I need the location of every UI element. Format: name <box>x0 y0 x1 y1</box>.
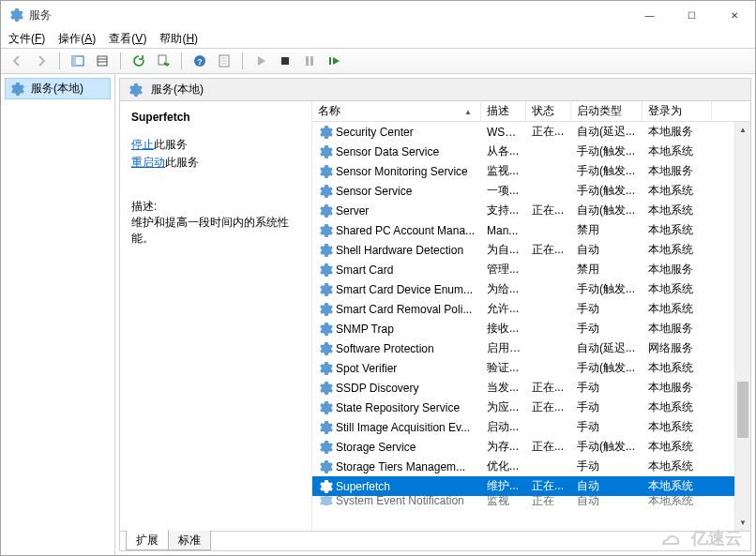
gear-icon <box>128 83 143 98</box>
tree-node-services-local[interactable]: 服务(本地) <box>5 78 111 99</box>
col-header-desc[interactable]: 描述 <box>481 101 526 121</box>
scroll-down-button[interactable]: ▼ <box>735 515 750 531</box>
tab-standard[interactable]: 标准 <box>168 531 211 550</box>
service-startup-cell: 自动 <box>571 242 643 258</box>
gear-icon <box>318 164 333 179</box>
gear-icon <box>318 184 333 199</box>
restart-service-button[interactable] <box>324 51 344 71</box>
service-row[interactable]: SNMP Trap接收...手动本地服务 <box>312 319 750 338</box>
stop-service-link[interactable]: 停止 <box>131 138 154 151</box>
service-desc-cell: Man... <box>481 224 526 237</box>
service-desc-cell: 优化... <box>481 458 526 474</box>
service-row[interactable]: Sensor Monitoring Service监视...手动(触发...本地… <box>312 161 750 181</box>
service-startup-cell: 手动 <box>571 380 643 396</box>
show-hide-tree-button[interactable] <box>68 51 88 71</box>
scroll-thumb[interactable] <box>737 382 748 438</box>
start-service-button[interactable] <box>250 51 271 71</box>
col-header-status[interactable]: 状态 <box>526 101 571 121</box>
maximize-button[interactable]: ☐ <box>671 1 713 29</box>
menu-file[interactable]: 文件(F) <box>8 31 45 47</box>
service-logon-cell: 本地系统 <box>643 399 712 415</box>
service-row[interactable]: Storage Service为存...正在...手动(触发...本地系统 <box>312 437 750 457</box>
service-row[interactable]: System Event Notification监视正在自动本地系统 <box>312 496 750 505</box>
service-desc-cell: 启动... <box>481 419 526 435</box>
gear-icon <box>318 243 333 258</box>
service-row[interactable]: Sensor Data Service从各...手动(触发...本地系统 <box>312 142 750 161</box>
svg-rect-1 <box>72 56 76 66</box>
left-pane: 服务(本地) <box>1 74 115 555</box>
sort-asc-icon: ▲ <box>461 107 475 116</box>
service-logon-cell: 本地服务 <box>643 321 712 337</box>
col-header-logon[interactable]: 登录为 <box>643 101 712 121</box>
service-row[interactable]: Smart Card Device Enum...为给...手动(触发...本地… <box>312 279 750 299</box>
scroll-up-button[interactable]: ▲ <box>735 122 750 138</box>
service-row[interactable]: Smart Card Removal Poli...允许...手动本地系统 <box>312 299 750 319</box>
gear-icon <box>9 82 24 97</box>
service-logon-cell: 本地系统 <box>643 439 712 455</box>
service-status-cell: 正在... <box>526 439 571 455</box>
service-row[interactable]: Spot Verifier验证...手动(触发...本地系统 <box>312 358 750 378</box>
main-area: 服务(本地) 服务(本地) Superfetch 停止此服务 重启动此服务 描述… <box>1 74 755 555</box>
sheet-button[interactable] <box>214 51 234 71</box>
service-row[interactable]: Security CenterWSC...正在...自动(延迟...本地服务 <box>312 122 750 142</box>
service-row[interactable]: SSDP Discovery当发...正在...手动本地服务 <box>312 378 750 398</box>
svg-text:?: ? <box>197 57 203 67</box>
service-row[interactable]: Software Protection启用 ...自动(延迟...网络服务 <box>312 338 750 358</box>
menu-view[interactable]: 查看(V) <box>109 31 146 47</box>
col-header-startup[interactable]: 启动类型 <box>571 101 643 121</box>
service-row[interactable]: State Repository Service为应...正在...手动本地系统 <box>312 398 750 417</box>
detail-desc-body: 维护和提高一段时间内的系统性能。 <box>131 215 300 247</box>
service-row[interactable]: Storage Tiers Managem...优化...手动本地系统 <box>312 457 750 476</box>
svg-rect-15 <box>329 57 331 65</box>
scroll-track[interactable] <box>735 138 750 515</box>
close-button[interactable]: ✕ <box>713 1 755 29</box>
pause-service-button[interactable] <box>299 51 320 71</box>
gear-icon <box>318 144 333 159</box>
service-desc-cell: 启用 ... <box>481 340 526 356</box>
minimize-button[interactable]: — <box>628 1 671 29</box>
svg-rect-14 <box>310 56 313 66</box>
menu-help[interactable]: 帮助(H) <box>159 31 198 47</box>
service-startup-cell: 手动 <box>571 419 643 435</box>
tab-extended[interactable]: 扩展 <box>126 530 169 550</box>
service-startup-cell: 自动 <box>571 496 643 505</box>
gear-icon <box>318 263 333 278</box>
service-name-cell: Smart Card Device Enum... <box>336 283 473 296</box>
svg-rect-12 <box>281 57 289 65</box>
help-button[interactable]: ? <box>189 51 210 71</box>
svg-rect-13 <box>306 56 309 66</box>
list-rows: Security CenterWSC...正在...自动(延迟...本地服务Se… <box>312 122 750 531</box>
service-startup-cell: 手动(触发... <box>571 281 643 297</box>
service-startup-cell: 禁用 <box>571 262 643 278</box>
service-name-cell: Security Center <box>336 126 414 139</box>
service-desc-cell: 当发... <box>481 380 526 396</box>
service-desc-cell: 为自... <box>481 242 526 258</box>
service-logon-cell: 本地系统 <box>643 419 712 435</box>
properties-button[interactable] <box>92 51 113 71</box>
service-row[interactable]: Shared PC Account Mana...Man...禁用本地系统 <box>312 220 750 240</box>
col-header-name[interactable]: 名称 ▲ <box>312 101 481 121</box>
service-desc-cell: 监视... <box>481 163 526 179</box>
service-row[interactable]: Still Image Acquisition Ev...启动...手动本地系统 <box>312 417 750 437</box>
service-logon-cell: 本地服务 <box>643 124 712 140</box>
refresh-button[interactable] <box>129 51 149 71</box>
tree-node-label: 服务(本地) <box>31 81 83 97</box>
service-row[interactable]: Shell Hardware Detection为自...正在...自动本地系统 <box>312 240 750 260</box>
back-button[interactable] <box>7 51 27 71</box>
service-row[interactable]: Server支持...正在...自动(触发...本地系统 <box>312 201 750 220</box>
forward-button[interactable] <box>31 51 52 71</box>
service-status-cell: 正在... <box>526 399 571 415</box>
gear-icon <box>318 125 333 140</box>
export-list-button[interactable] <box>153 51 174 71</box>
gear-icon <box>318 381 333 396</box>
menu-action[interactable]: 操作(A) <box>58 31 96 47</box>
service-logon-cell: 本地系统 <box>643 301 712 317</box>
service-row[interactable]: Smart Card管理...禁用本地服务 <box>312 260 750 279</box>
stop-service-button[interactable] <box>275 51 295 71</box>
vertical-scrollbar[interactable]: ▲ ▼ <box>734 122 750 531</box>
service-row[interactable]: Sensor Service一项...手动(触发...本地系统 <box>312 181 750 201</box>
service-row[interactable]: Superfetch维护...正在...自动本地系统 <box>312 476 750 496</box>
service-status-cell: 正在... <box>526 380 571 396</box>
restart-service-link[interactable]: 重启动 <box>131 156 165 169</box>
service-logon-cell: 本地系统 <box>643 222 712 238</box>
